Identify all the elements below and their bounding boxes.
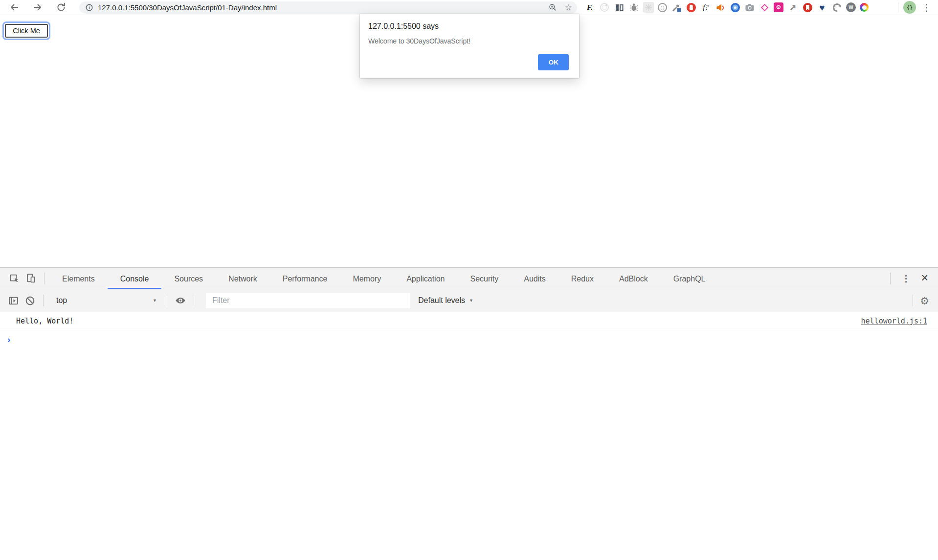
separator [43, 295, 44, 306]
tab-network[interactable]: Network [216, 268, 270, 289]
extension-w-circle-icon[interactable]: W [846, 2, 856, 12]
tab-redux[interactable]: Redux [558, 268, 606, 289]
extension-atom-icon[interactable] [643, 2, 654, 13]
extension-graphql-icon[interactable] [759, 2, 770, 13]
tab-audits[interactable]: Audits [511, 268, 558, 289]
site-info-icon[interactable] [85, 3, 93, 12]
reload-icon[interactable] [56, 2, 67, 13]
extension-bug-icon[interactable] [628, 2, 639, 13]
device-toolbar-icon[interactable] [22, 270, 39, 287]
separator [167, 295, 167, 306]
source-link[interactable]: helloworld.js:1 [861, 317, 938, 325]
extension-camera-icon[interactable] [744, 2, 755, 13]
extension-stop-hand-icon[interactable] [686, 2, 696, 13]
browser-toolbar: 127.0.0.1:5500/30DaysOfJavaScript/01-Day… [0, 0, 938, 15]
extension-color-ring-icon[interactable] [860, 3, 869, 12]
context-selector[interactable]: top ▼ [48, 296, 162, 305]
extension-megaphone-icon[interactable] [715, 2, 726, 13]
devtools-tabbar: Elements Console Sources Network Perform… [0, 268, 938, 289]
extension-heart-search-icon[interactable]: ♥ [817, 2, 827, 13]
console-toolbar: top ▼ Default levels ▼ ⚙ [0, 289, 938, 312]
live-expression-eye-icon[interactable] [172, 292, 189, 309]
bookmark-star-icon[interactable]: ☆ [565, 3, 572, 12]
separator [890, 273, 891, 284]
extension-eyedropper-icon[interactable] [671, 2, 682, 13]
devtools-panel: Elements Console Sources Network Perform… [0, 267, 938, 560]
extension-arrow-icon[interactable]: ↗ [787, 2, 798, 13]
prompt-chevron-icon: › [7, 335, 10, 344]
inspect-icon[interactable] [6, 270, 22, 287]
console-message: Hello, World! helloworld.js:1 [0, 312, 938, 330]
zoom-icon[interactable] [548, 3, 557, 12]
tab-console[interactable]: Console [108, 268, 162, 289]
log-levels-value: Default levels [418, 296, 465, 305]
separator [194, 295, 194, 306]
console-message-text: Hello, World! [0, 317, 73, 325]
tab-graphql[interactable]: GraphQL [661, 268, 718, 289]
ok-button[interactable]: OK [538, 54, 569, 70]
extension-panels-icon[interactable] [614, 2, 625, 13]
chevron-down-icon: ▼ [153, 298, 157, 303]
alert-dialog: 127.0.0.1:5500 says Welcome to 30DaysOfJ… [360, 14, 579, 78]
extension-bookmark-icon[interactable] [802, 2, 813, 13]
tab-sources[interactable]: Sources [161, 268, 216, 289]
forward-icon[interactable] [32, 2, 43, 13]
chevron-down-icon: ▼ [469, 298, 473, 303]
console-sidebar-icon[interactable] [5, 292, 22, 309]
separator [44, 273, 45, 284]
settings-gear-icon[interactable]: ⚙ [918, 296, 931, 306]
address-bar[interactable]: 127.0.0.1:5500/30DaysOfJavaScript/01-Day… [79, 1, 577, 14]
extensions-area: F. (-) f? ⚙ ↗ [584, 2, 869, 13]
back-icon[interactable] [9, 2, 20, 13]
extension-orbit-icon[interactable] [599, 2, 610, 13]
tab-performance[interactable]: Performance [270, 268, 340, 289]
tab-adblock[interactable]: AdBlock [606, 268, 661, 289]
profile-avatar[interactable]: {} [903, 1, 916, 14]
click-me-button[interactable]: Click Me [5, 24, 48, 38]
filter-input[interactable] [206, 293, 410, 308]
extension-g-circle-icon[interactable] [831, 2, 842, 13]
separator [913, 295, 913, 306]
dialog-message: Welcome to 30DaysOfJavaScript! [368, 37, 470, 45]
tab-security[interactable]: Security [457, 268, 511, 289]
console-prompt[interactable]: › [0, 330, 938, 348]
extension-swirl-icon[interactable] [730, 2, 740, 13]
context-selector-value: top [56, 296, 67, 305]
devtools-close-icon[interactable]: × [916, 272, 931, 285]
tab-elements[interactable]: Elements [49, 268, 108, 289]
browser-menu-icon[interactable]: ⋮ [922, 3, 931, 12]
dialog-title: 127.0.0.1:5500 says [368, 22, 439, 31]
console-output: Hello, World! helloworld.js:1 › [0, 312, 938, 348]
extension-parens-icon[interactable]: (-) [658, 3, 667, 12]
devtools-menu-icon[interactable]: ⋮ [895, 273, 916, 284]
toolbar-separator [898, 2, 898, 12]
clear-console-icon[interactable] [22, 292, 38, 309]
url-text: 127.0.0.1:5500/30DaysOfJavaScript/01-Day… [98, 3, 540, 12]
extension-f-question-icon[interactable]: f? [700, 2, 711, 13]
extension-whatfont-icon[interactable]: F. [584, 2, 595, 13]
tab-memory[interactable]: Memory [340, 268, 394, 289]
extension-pink-gear-icon[interactable]: ⚙ [774, 2, 783, 12]
log-levels-dropdown[interactable]: Default levels ▼ [418, 296, 473, 305]
tab-application[interactable]: Application [394, 268, 457, 289]
